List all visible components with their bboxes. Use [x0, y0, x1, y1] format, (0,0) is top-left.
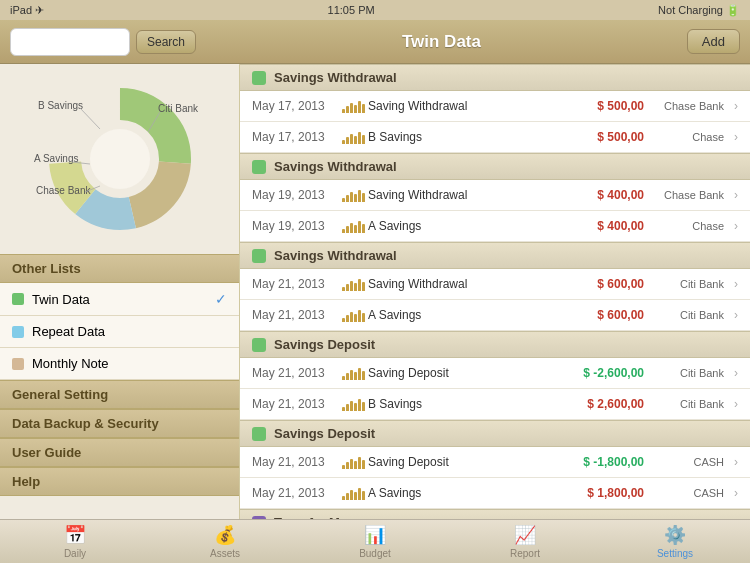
checkmark-icon-0: ✓ — [215, 291, 227, 307]
transaction-row[interactable]: May 17, 2013 B Savings $ 500,00 Chase › — [240, 122, 750, 153]
bar-icon — [342, 130, 365, 144]
transaction-row[interactable]: May 21, 2013 A Savings $ 1,800,00 CASH › — [240, 478, 750, 509]
trans-amount: $ -1,800,00 — [554, 455, 644, 469]
transaction-row[interactable]: May 21, 2013 A Savings $ 600,00 Citi Ban… — [240, 300, 750, 331]
sidebar-item-0[interactable]: Twin Data ✓ — [0, 283, 239, 316]
trans-amount: $ 600,00 — [554, 277, 644, 291]
help-header[interactable]: Help — [0, 467, 239, 496]
trans-bank: Citi Bank — [644, 278, 724, 290]
transaction-row[interactable]: May 21, 2013 Saving Deposit $ -1,800,00 … — [240, 447, 750, 478]
group-title-3: Savings Deposit — [274, 337, 375, 352]
tab-assets[interactable]: 💰 Assets — [150, 520, 300, 563]
tab-icon-4: ⚙️ — [664, 524, 686, 546]
transactions-content: Savings Withdrawal May 17, 2013 Saving W… — [240, 64, 750, 519]
bar-icon — [342, 188, 365, 202]
trans-icon-area — [342, 396, 364, 412]
tab-icon-1: 💰 — [214, 524, 236, 546]
chevron-right-icon: › — [724, 99, 738, 113]
transaction-row[interactable]: May 21, 2013 Saving Withdrawal $ 600,00 … — [240, 269, 750, 300]
sidebar-item-1[interactable]: Repeat Data — [0, 316, 239, 348]
trans-name: Saving Withdrawal — [368, 188, 554, 202]
sidebar-item-2[interactable]: Monthly Note — [0, 348, 239, 380]
sidebar-item-label-0: Twin Data — [32, 292, 90, 307]
trans-icon-area — [342, 276, 364, 292]
trans-bank: Citi Bank — [644, 367, 724, 379]
bar-icon — [342, 277, 365, 291]
header-search-area: Search — [10, 28, 196, 56]
tab-settings[interactable]: ⚙️ Settings — [600, 520, 750, 563]
bar-icon — [342, 99, 365, 113]
user-guide-header[interactable]: User Guide — [0, 438, 239, 467]
tab-icon-2: 📊 — [364, 524, 386, 546]
status-right: Not Charging 🔋 — [658, 4, 740, 17]
bar-icon — [342, 397, 365, 411]
trans-name: Saving Withdrawal — [368, 277, 554, 291]
trans-amount: $ -2,600,00 — [554, 366, 644, 380]
main-layout: B Savings Citi Bank A Savings Chase Bank… — [0, 64, 750, 519]
bar-icon — [342, 486, 365, 500]
trans-name: A Savings — [368, 308, 554, 322]
trans-bank: Citi Bank — [644, 309, 724, 321]
trans-icon-area — [342, 98, 364, 114]
chevron-right-icon: › — [724, 366, 738, 380]
svg-text:Citi Bank: Citi Bank — [158, 103, 199, 114]
group-header-2: Savings Withdrawal — [240, 242, 750, 269]
trans-icon-area — [342, 365, 364, 381]
trans-date: May 19, 2013 — [252, 188, 342, 202]
trans-icon-area — [342, 187, 364, 203]
sidebar: B Savings Citi Bank A Savings Chase Bank… — [0, 64, 240, 519]
trans-icon-area — [342, 307, 364, 323]
trans-name: B Savings — [368, 130, 554, 144]
svg-line-9 — [80, 108, 100, 129]
trans-date: May 21, 2013 — [252, 397, 342, 411]
search-button[interactable]: Search — [136, 30, 196, 54]
transaction-row[interactable]: May 19, 2013 A Savings $ 400,00 Chase › — [240, 211, 750, 242]
transaction-row[interactable]: May 21, 2013 Saving Deposit $ -2,600,00 … — [240, 358, 750, 389]
header-title: Twin Data — [402, 32, 481, 52]
tab-label-1: Assets — [210, 548, 240, 559]
transaction-row[interactable]: May 19, 2013 Saving Withdrawal $ 400,00 … — [240, 180, 750, 211]
group-color-5 — [252, 516, 266, 520]
tab-report[interactable]: 📈 Report — [450, 520, 600, 563]
trans-bank: Chase Bank — [644, 189, 724, 201]
transaction-row[interactable]: May 21, 2013 B Savings $ 2,600,00 Citi B… — [240, 389, 750, 420]
bar-icon — [342, 219, 365, 233]
bar-icon — [342, 366, 365, 380]
general-setting-header[interactable]: General Setting — [0, 380, 239, 409]
trans-icon-area — [342, 218, 364, 234]
svg-text:A Savings: A Savings — [34, 153, 78, 164]
transaction-row[interactable]: May 17, 2013 Saving Withdrawal $ 500,00 … — [240, 91, 750, 122]
trans-date: May 21, 2013 — [252, 366, 342, 380]
tab-icon-3: 📈 — [514, 524, 536, 546]
search-input[interactable] — [10, 28, 130, 56]
chevron-right-icon: › — [724, 455, 738, 469]
trans-icon-area — [342, 129, 364, 145]
trans-icon-area — [342, 485, 364, 501]
trans-amount: $ 600,00 — [554, 308, 644, 322]
trans-bank: Chase — [644, 131, 724, 143]
tab-daily[interactable]: 📅 Daily — [0, 520, 150, 563]
trans-icon-area — [342, 454, 364, 470]
trans-name: Saving Withdrawal — [368, 99, 554, 113]
bar-icon — [342, 455, 365, 469]
group-header-5: Transfer Money — [240, 509, 750, 519]
data-backup-header[interactable]: Data Backup & Security — [0, 409, 239, 438]
tab-budget[interactable]: 📊 Budget — [300, 520, 450, 563]
svg-point-4 — [90, 129, 150, 189]
trans-date: May 21, 2013 — [252, 486, 342, 500]
group-title-0: Savings Withdrawal — [274, 70, 397, 85]
chevron-right-icon: › — [724, 397, 738, 411]
sidebar-item-label-2: Monthly Note — [32, 356, 109, 371]
svg-text:Chase Bank: Chase Bank — [36, 185, 91, 196]
trans-bank: CASH — [644, 456, 724, 468]
trans-date: May 21, 2013 — [252, 277, 342, 291]
group-header-0: Savings Withdrawal — [240, 64, 750, 91]
group-color-2 — [252, 249, 266, 263]
group-color-1 — [252, 160, 266, 174]
add-button[interactable]: Add — [687, 29, 740, 54]
trans-date: May 17, 2013 — [252, 99, 342, 113]
trans-date: May 21, 2013 — [252, 308, 342, 322]
trans-amount: $ 400,00 — [554, 219, 644, 233]
group-title-2: Savings Withdrawal — [274, 248, 397, 263]
chart-area: B Savings Citi Bank A Savings Chase Bank — [0, 64, 239, 254]
